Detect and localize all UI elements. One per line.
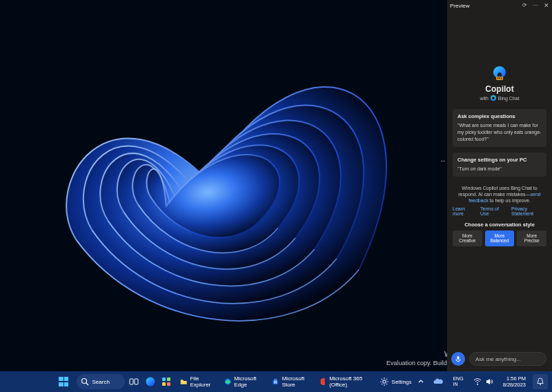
svg-point-31: [540, 384, 541, 385]
ask-input[interactable]: Ask me anything...: [469, 352, 546, 366]
svg-rect-16: [275, 379, 277, 380]
svg-rect-17: [275, 381, 275, 382]
privacy-link[interactable]: Privacy Statement: [511, 206, 546, 216]
wifi-icon: [473, 378, 482, 386]
svg-rect-6: [130, 379, 133, 384]
speaker-icon: [485, 378, 493, 386]
taskbar-app-settings[interactable]: Settings: [375, 373, 416, 391]
conversation-style-heading: Choose a conversation style: [464, 222, 535, 228]
svg-rect-13: [181, 380, 183, 380]
copilot-body: PRE Copilot with Bing Chat Ask complex q…: [447, 11, 552, 348]
conversation-style-row: MoreCreative MoreBalanced MorePrecise: [453, 231, 546, 246]
language-switcher[interactable]: ENGIN: [450, 373, 466, 391]
widgets-button[interactable]: [160, 373, 174, 391]
copilot-input-row: Ask me anything...: [447, 348, 552, 371]
windows-icon: [59, 377, 68, 386]
style-precise-button[interactable]: MorePrecise: [517, 231, 546, 246]
terms-link[interactable]: Terms of Use: [480, 206, 506, 216]
card-text: "Turn on dark mode": [457, 166, 542, 173]
desktop: Windows 11 Pro Insider Preview Evaluatio…: [0, 0, 552, 392]
svg-line-29: [381, 384, 382, 384]
svg-rect-3: [457, 356, 460, 360]
svg-point-4: [81, 379, 86, 384]
copilot-titlebar: Preview ⟳ ⋯ ✕: [447, 0, 552, 11]
style-creative-button[interactable]: MoreCreative: [453, 231, 482, 246]
svg-text:PRE: PRE: [497, 77, 503, 80]
svg-point-8: [146, 378, 155, 386]
svg-rect-19: [275, 382, 275, 383]
svg-point-21: [382, 380, 385, 383]
taskbar-app-microsoft-365[interactable]: Microsoft 365 (Office): [316, 373, 372, 391]
network-sound-tray[interactable]: [471, 373, 496, 391]
card-heading: Change settings on your PC: [457, 157, 542, 163]
svg-line-28: [386, 379, 386, 380]
copilot-resize-handle[interactable]: ↔: [439, 157, 447, 164]
svg-line-27: [386, 384, 386, 384]
suggestion-card[interactable]: Ask complex questions "What are some mea…: [453, 109, 546, 147]
folder-icon: [180, 378, 187, 386]
office-icon: [320, 377, 326, 386]
bing-icon: [491, 95, 496, 101]
more-icon[interactable]: ⋯: [533, 3, 538, 8]
mic-button[interactable]: [451, 352, 465, 366]
svg-point-30: [477, 384, 478, 385]
card-text: "What are some meals I can make for my p…: [457, 122, 542, 143]
gear-icon: [379, 377, 389, 386]
svg-rect-10: [167, 378, 170, 381]
task-view-button[interactable]: [128, 373, 141, 391]
tray-overflow-button[interactable]: [415, 373, 426, 391]
search-label: Search: [92, 379, 110, 385]
close-icon[interactable]: ✕: [544, 3, 549, 8]
taskbar-app-microsoft-store[interactable]: Microsoft Store: [268, 373, 313, 391]
svg-rect-12: [167, 382, 170, 386]
suggestion-card[interactable]: Change settings on your PC "Turn on dark…: [453, 153, 546, 177]
refresh-icon[interactable]: ⟳: [522, 3, 527, 8]
clock-tray[interactable]: 1:56 PM8/28/2023: [500, 373, 529, 391]
edge-icon: [224, 377, 231, 386]
notifications-button[interactable]: [533, 374, 548, 389]
start-button[interactable]: [55, 371, 72, 392]
svg-rect-18: [276, 381, 277, 382]
svg-rect-7: [135, 379, 138, 384]
copilot-subtitle: with Bing Chat: [480, 95, 519, 101]
search-icon: [81, 378, 89, 386]
svg-rect-9: [162, 378, 166, 381]
learn-more-link[interactable]: Learn more: [453, 206, 475, 216]
svg-rect-11: [162, 382, 166, 386]
copilot-window-title: Preview: [450, 3, 469, 9]
copilot-sidebar: Preview ⟳ ⋯ ✕ PRE Copilot with B: [447, 0, 552, 371]
store-icon: [272, 377, 279, 386]
svg-line-5: [86, 383, 88, 385]
copilot-name: Copilot: [485, 84, 513, 94]
taskbar-search[interactable]: Search: [77, 374, 125, 389]
copilot-logo-icon: PRE: [491, 65, 508, 81]
tray-onedrive[interactable]: [431, 373, 446, 391]
copilot-taskbar-button[interactable]: [144, 373, 157, 391]
taskbar-app-microsoft-edge[interactable]: Microsoft Edge: [220, 373, 266, 391]
taskbar-app-file-explorer[interactable]: File Explorer: [176, 373, 217, 391]
svg-rect-20: [276, 382, 277, 383]
card-heading: Ask complex questions: [457, 113, 542, 119]
taskbar: Search File Explorer Microsoft: [0, 371, 552, 392]
copilot-footnote: Windows Copilot uses Bing Chat to respon…: [455, 185, 544, 204]
style-balanced-button[interactable]: MoreBalanced: [485, 231, 515, 246]
svg-line-26: [381, 379, 382, 380]
copilot-legal-links: Learn more Terms of Use Privacy Statemen…: [453, 206, 546, 216]
